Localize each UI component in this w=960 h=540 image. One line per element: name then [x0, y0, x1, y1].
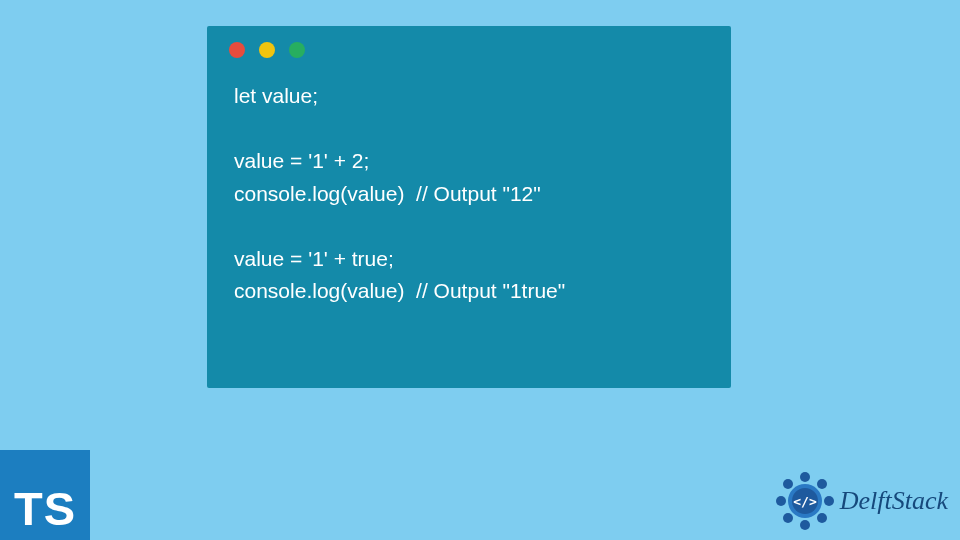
code-line: console.log(value) // Output "1true" [234, 279, 565, 302]
typescript-badge: TS [0, 450, 90, 540]
svg-point-4 [800, 520, 810, 530]
svg-point-3 [817, 513, 827, 523]
svg-point-7 [783, 479, 793, 489]
svg-text:</>: </> [793, 494, 817, 509]
delftstack-label: DelftStack [840, 486, 948, 516]
code-window: let value; value = '1' + 2; console.log(… [207, 26, 731, 388]
window-traffic-lights [207, 26, 731, 66]
delftstack-logo: </> DelftStack [774, 470, 948, 532]
code-line: console.log(value) // Output "12" [234, 182, 541, 205]
svg-point-6 [776, 496, 786, 506]
close-icon [229, 42, 245, 58]
code-line: value = '1' + 2; [234, 149, 369, 172]
code-block: let value; value = '1' + 2; console.log(… [207, 66, 731, 330]
delftstack-emblem-icon: </> [774, 470, 836, 532]
svg-point-0 [800, 472, 810, 482]
svg-point-1 [817, 479, 827, 489]
minimize-icon [259, 42, 275, 58]
typescript-badge-label: TS [14, 481, 76, 536]
svg-point-5 [783, 513, 793, 523]
maximize-icon [289, 42, 305, 58]
code-line: let value; [234, 84, 318, 107]
svg-point-2 [824, 496, 834, 506]
code-line: value = '1' + true; [234, 247, 394, 270]
